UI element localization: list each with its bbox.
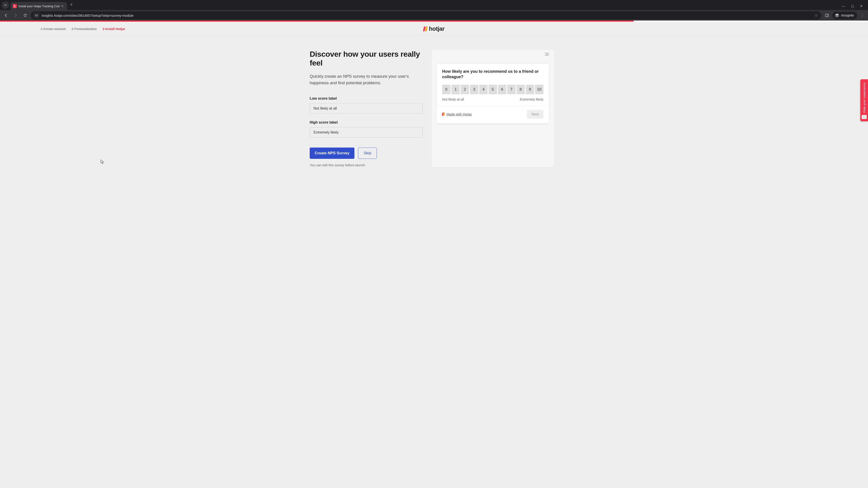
incognito-indicator[interactable]: Incognito (833, 11, 857, 19)
nps-score-7[interactable]: 7 (507, 85, 516, 94)
incognito-label: Incognito (841, 13, 854, 17)
feedback-tab-label: Rate your experience (863, 83, 866, 113)
survey-next-button[interactable]: Next (527, 110, 544, 119)
nps-score-10[interactable]: 10 (535, 85, 544, 94)
made-with-hotjar-link[interactable]: Made with Hotjar (442, 112, 472, 116)
svg-point-7 (837, 15, 839, 17)
side-panel-icon[interactable] (823, 11, 831, 19)
create-nps-survey-button[interactable]: Create NPS Survey (310, 148, 354, 159)
hotjar-logo-icon (423, 26, 427, 31)
svg-rect-3 (825, 14, 829, 17)
site-info-icon[interactable] (34, 13, 39, 18)
nps-score-6[interactable]: 6 (498, 85, 506, 94)
nps-score-1[interactable]: 1 (452, 85, 460, 94)
svg-rect-0 (35, 14, 36, 15)
window-close-button[interactable]: ✕ (860, 4, 863, 8)
page-viewport: 1 Create account 2 Personalization 3 Ins… (0, 21, 868, 488)
preview-menu-icon[interactable] (545, 53, 549, 56)
survey-card: How likely are you to recommend us to a … (437, 64, 549, 106)
hotjar-favicon-icon (13, 4, 17, 8)
nps-score-3[interactable]: 3 (470, 85, 478, 94)
skip-button[interactable]: Skip (358, 148, 377, 159)
survey-preview-panel: How likely are you to recommend us to a … (432, 50, 554, 167)
survey-footer: Made with Hotjar Next (437, 106, 549, 123)
window-maximize-button[interactable]: ▢ (851, 4, 854, 8)
feedback-face-icon (862, 115, 867, 119)
low-score-label-caption: Low score label (310, 96, 423, 101)
browser-tab[interactable]: Install your Hotjar Tracking Cod ✕ (10, 2, 67, 10)
svg-rect-1 (37, 14, 38, 15)
window-minimize-button[interactable]: ― (842, 4, 845, 8)
nps-score-4[interactable]: 4 (479, 85, 488, 94)
svg-point-6 (835, 15, 837, 17)
nps-high-label: Extremely likely (520, 97, 544, 101)
browser-tab-strip: Install your Hotjar Tracking Cod ✕ + ― ▢… (0, 0, 868, 10)
svg-rect-5 (835, 15, 839, 15)
step-personalization: 2 Personalization (71, 27, 96, 31)
page-title: Discover how your users really feel (310, 50, 423, 67)
made-with-hotjar-text: Made with Hotjar (446, 112, 472, 116)
hotjar-mini-icon (442, 112, 445, 116)
high-score-label-caption: High score label (310, 121, 423, 125)
high-score-label-input[interactable] (310, 127, 423, 138)
step-install-hotjar: 3 Install Hotjar (103, 27, 125, 31)
bookmark-star-icon[interactable]: ☆ (814, 13, 818, 18)
nps-score-8[interactable]: 8 (517, 85, 525, 94)
nav-reload-button[interactable] (21, 11, 29, 19)
nav-back-button[interactable] (2, 11, 10, 19)
incognito-icon (835, 13, 839, 17)
low-score-label-input[interactable] (310, 103, 423, 113)
nav-forward-button[interactable] (12, 11, 20, 19)
address-bar[interactable]: insights.hotjar.com/sites/3814957/setup?… (31, 11, 821, 20)
svg-rect-2 (35, 15, 38, 16)
setup-stepper-bar: 1 Create account 2 Personalization 3 Ins… (0, 22, 868, 36)
tab-title: Install your Hotjar Tracking Cod (19, 4, 60, 8)
tab-close-button[interactable]: ✕ (60, 4, 65, 8)
hotjar-logo: hotjar (423, 25, 444, 32)
nps-score-5[interactable]: 5 (489, 85, 497, 94)
nps-low-label: Not likely at all (442, 97, 464, 101)
browser-toolbar: insights.hotjar.com/sites/3814957/setup?… (0, 10, 868, 21)
nps-score-2[interactable]: 2 (461, 85, 469, 94)
nps-score-9[interactable]: 9 (526, 85, 534, 94)
nps-score-row: 0 1 2 3 4 5 6 7 8 9 10 (442, 85, 544, 94)
feedback-side-tab[interactable]: Rate your experience (860, 79, 868, 121)
tab-search-button[interactable] (2, 2, 9, 9)
edit-survey-note: You can edit this survey before launch (310, 163, 423, 167)
step-create-account: 1 Create account (41, 27, 66, 31)
new-tab-button[interactable]: + (67, 2, 76, 7)
hotjar-logo-text: hotjar (429, 25, 444, 32)
survey-question: How likely are you to recommend us to a … (442, 69, 544, 80)
window-controls: ― ▢ ✕ (842, 4, 866, 10)
url-text: insights.hotjar.com/sites/3814957/setup?… (41, 13, 812, 18)
browser-menu-button[interactable]: ⋮ (859, 13, 866, 18)
nps-score-0[interactable]: 0 (442, 85, 451, 94)
page-subtitle: Quickly create an NPS survey to measure … (310, 73, 423, 86)
